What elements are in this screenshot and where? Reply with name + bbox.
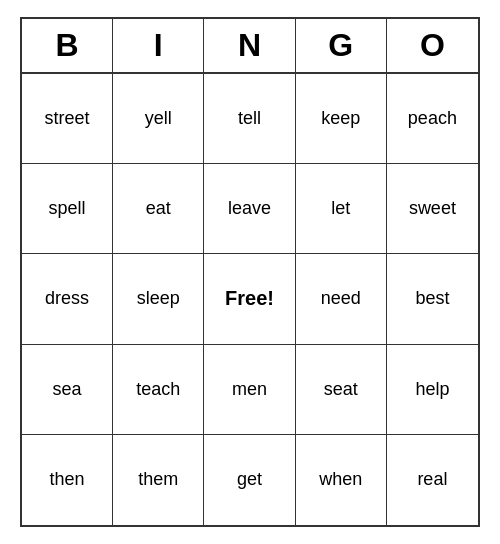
bingo-cell-18[interactable]: seat — [296, 345, 387, 435]
bingo-cell-9[interactable]: sweet — [387, 164, 478, 254]
bingo-cell-15[interactable]: sea — [22, 345, 113, 435]
bingo-cell-14[interactable]: best — [387, 254, 478, 344]
bingo-card: B I N G O streetyelltellkeeppeachspellea… — [20, 17, 480, 527]
bingo-cell-11[interactable]: sleep — [113, 254, 204, 344]
bingo-cell-8[interactable]: let — [296, 164, 387, 254]
bingo-header: B I N G O — [22, 19, 478, 74]
header-i: I — [113, 19, 204, 72]
bingo-cell-6[interactable]: eat — [113, 164, 204, 254]
bingo-cell-20[interactable]: then — [22, 435, 113, 525]
bingo-cell-4[interactable]: peach — [387, 74, 478, 164]
header-g: G — [296, 19, 387, 72]
bingo-cell-3[interactable]: keep — [296, 74, 387, 164]
header-b: B — [22, 19, 113, 72]
bingo-cell-23[interactable]: when — [296, 435, 387, 525]
bingo-cell-2[interactable]: tell — [204, 74, 295, 164]
header-o: O — [387, 19, 478, 72]
header-n: N — [204, 19, 295, 72]
bingo-cell-1[interactable]: yell — [113, 74, 204, 164]
bingo-cell-13[interactable]: need — [296, 254, 387, 344]
bingo-cell-5[interactable]: spell — [22, 164, 113, 254]
bingo-cell-7[interactable]: leave — [204, 164, 295, 254]
bingo-cell-17[interactable]: men — [204, 345, 295, 435]
bingo-cell-24[interactable]: real — [387, 435, 478, 525]
bingo-cell-10[interactable]: dress — [22, 254, 113, 344]
bingo-cell-21[interactable]: them — [113, 435, 204, 525]
bingo-cell-0[interactable]: street — [22, 74, 113, 164]
bingo-cell-12[interactable]: Free! — [204, 254, 295, 344]
bingo-cell-19[interactable]: help — [387, 345, 478, 435]
bingo-cell-16[interactable]: teach — [113, 345, 204, 435]
bingo-cell-22[interactable]: get — [204, 435, 295, 525]
bingo-body: streetyelltellkeeppeachspelleatleavelets… — [22, 74, 478, 525]
